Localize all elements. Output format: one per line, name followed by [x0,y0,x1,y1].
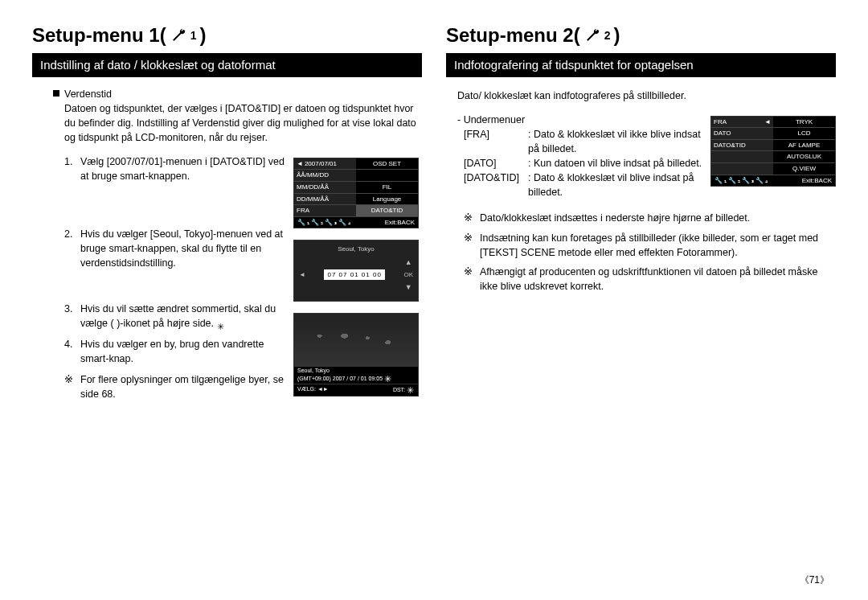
left-title: Setup-menu 1( 1 ) [32,24,422,47]
lcd2-ok: OK [403,271,413,278]
note-sym: ※ [64,372,76,401]
step-2: 2. Hvis du vælger [Seoul, Tokyo]-menuen … [64,227,287,270]
right-note-text-1: Indsætning kan kun foretages på stillbil… [480,231,836,260]
left-note: ※ For flere oplysninger om tilgængelige … [64,372,287,401]
submenu-key-2: [DATO&TID] [464,171,523,199]
step-num-4: 4. [64,337,76,366]
left-section-head: Verdenstid [53,88,422,100]
rlcd-exit: Exit:BACK [802,177,832,185]
right-title: Setup-menu 2( 2 ) [446,24,836,47]
lcd2-date: 07 07 01 01 00 [324,269,384,280]
right-intro: Dato/ klokkeslæt kan indfotograferes på … [457,88,836,103]
lcd1-l3: FRA [294,205,356,216]
world-map-icon [294,314,418,367]
rlcd-r4: Q.VIEW [773,163,835,175]
tool-row-icons: 🔧₁🔧₂🔧₃🔧₄ [297,219,352,227]
submenu-row-0: [FRA] : Dato & klokkeslæt vil ikke blive… [464,127,702,156]
rlcd-r1: LCD [773,128,835,139]
step-1: 1. Vælg [2007/07/01]-menuen i [DATO&TID]… [64,154,287,183]
lcd3-dst: DST: [393,387,405,392]
submenu-key-0: [FRA] [464,127,523,156]
lcd-stack: ◄2007/07/01 OSD SET ÅÅ/MM/DD MM/DD/ÅÅFIL… [293,154,422,409]
rlcd-l0: FRA [714,118,727,126]
lcd3-city: Seoul, Tokyo [294,367,418,374]
step-num-1: 1. [64,154,76,183]
step-text-3: Hvis du vil sætte ændret sommertid, skal… [80,302,287,331]
lcd1-exit: Exit:BACK [385,219,415,227]
lcd1-r1 [356,170,418,181]
right-note-1: ※Indsætning kan kun foretages på stillbi… [464,231,836,260]
lcd1-l1: MM/DD/ÅÅ [294,182,356,193]
rlcd-l2: DATO&TID [711,140,773,151]
left-title-prefix: Setup-menu 1( [32,24,166,47]
arrow-left-icon: ◄ [299,271,305,278]
note-sym: ※ [464,231,475,260]
left-column: Setup-menu 1( 1 ) Indstilling af dato / … [32,24,422,408]
wrench-icon-2 [583,27,601,44]
left-section-label: Verdenstid [64,88,112,100]
lcd-right: FRA◄TRYK DATOLCD DATO&TIDAF LAMPE AUTOSL… [710,116,836,187]
lcd-1: ◄2007/07/01 OSD SET ÅÅ/MM/DD MM/DD/ÅÅFIL… [293,158,419,229]
sun-icon [384,375,392,383]
right-title-suffix: ) [613,24,620,47]
right-subtitle: Indfotografering af tidspunktet for opta… [446,53,836,77]
lcd2-city: Seoul, Tokyo [294,243,418,255]
submenu-val-2: : Dato & klokkeslæt vil blive indsat på … [528,171,702,199]
left-subtitle: Indstilling af dato / klokkeslæt og dato… [32,53,422,77]
arrow-left-icon: ◄ [297,160,303,168]
icon-sub-2: 2 [604,29,611,42]
rlcd-r3: AUTOSLUK [773,151,835,162]
right-note-0: ※Dato/klokkeslæt indsættes i nederste hø… [464,211,836,225]
lcd1-r3: Language [356,194,418,205]
lcd1-r2: FIL [356,182,418,193]
icon-sub-1: 1 [190,29,197,42]
note-sym: ※ [464,265,475,294]
step-num-3: 3. [64,302,76,331]
note-sym: ※ [464,211,475,225]
sun-icon [407,386,415,394]
wrench-icon-1 [170,27,187,44]
right-column: Setup-menu 2( 2 ) Indfotografering af ti… [446,24,836,408]
lcd1-r0: OSD SET [356,158,418,170]
right-title-prefix: Setup-menu 2( [446,24,580,47]
lcd1-l0: ÅÅ/MM/DD [294,170,356,181]
rlcd-l3 [711,151,773,162]
right-note-2: ※Afhængigt af producenten og udskriftfun… [464,265,836,294]
submenu-row-1: [DATO] : Kun datoen vil blive indsat på … [464,156,702,171]
step-num-2: 2. [64,227,76,270]
arrow-down-icon: ▼ [405,283,412,291]
submenu-key-1: [DATO] [464,156,523,171]
submenu-row-2: [DATO&TID] : Dato & klokkeslæt vil blive… [464,171,702,199]
lcd1-l2: DD/MM/ÅÅ [294,194,356,205]
lcd-3: Seoul, Tokyo (GMT+09:00) 2007 / 07 / 01 … [293,313,419,397]
step-text-2: Hvis du vælger [Seoul, Tokyo]-menuen ved… [80,227,287,270]
right-note-text-2: Afhængigt af producenten og udskriftfunk… [480,265,836,294]
rlcd-r0: TRYK [773,117,835,128]
left-intro: Datoen og tidspunktet, der vælges i [DAT… [64,101,422,145]
step-text-4: Hvis du vælger en by, brug den vandrette… [80,337,287,366]
arrow-up-icon: ▲ [405,258,412,266]
step-text-1: Vælg [2007/07/01]-menuen i [DATO&TID] ve… [80,154,287,183]
page-number: 《71》 [800,573,829,587]
submenu-val-1: : Kun datoen vil blive indsat på billede… [528,156,702,171]
rlcd-r2: AF LAMPE [773,140,835,151]
step-3: 3. Hvis du vil sætte ændret sommertid, s… [64,302,287,331]
lcd3-select: VÆLG: [297,386,316,392]
sun-icon [217,319,225,327]
submenu-head: - Undermenuer [457,113,702,127]
step-4: 4. Hvis du vælger en by, brug den vandre… [64,337,287,366]
lcd1-r4: DATO&TID [356,205,418,216]
right-note-text-0: Dato/klokkeslæt indsættes i nederste høj… [480,211,750,225]
lcd-2: Seoul, Tokyo ◄ 07 07 01 01 00 ▲OK▼ [293,240,419,302]
left-note-text: For flere oplysninger om tilgængelige by… [80,372,287,401]
square-bullet [53,90,59,97]
lcd3-gmt: (GMT+09:00) 2007 / 07 / 01 09:05 [297,376,383,381]
arrow-left-icon: ◄ [764,118,771,126]
tool-row-icons: 🔧₁🔧₂🔧₃🔧₄ [714,177,769,185]
rlcd-l1: DATO [711,128,773,139]
left-title-suffix: ) [199,24,206,47]
rlcd-l4 [711,163,773,175]
lcd1-date: 2007/07/01 [305,160,337,168]
left-section: Verdenstid Datoen og tidspunktet, der væ… [53,88,422,145]
submenu-val-0: : Dato & klokkeslæt vil ikke blive indsa… [528,127,702,156]
